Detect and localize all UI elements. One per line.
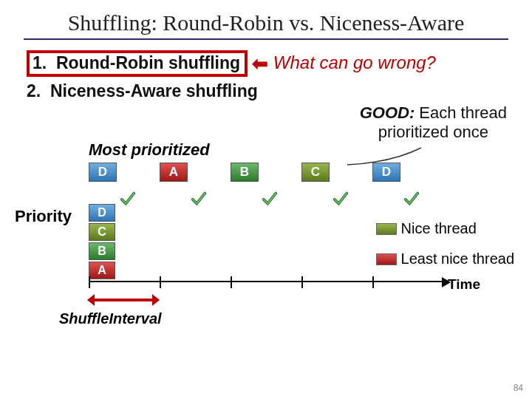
thread-block: C	[301, 163, 330, 182]
thread-block: A	[160, 163, 188, 182]
priority-label-box: B	[89, 242, 115, 260]
slide-title: Shuffling: Round-Robin vs. Niceness-Awar…	[0, 0, 532, 35]
good-rest2: prioritized once	[378, 123, 488, 141]
check-row	[89, 191, 443, 210]
thread-block: D	[89, 163, 117, 182]
check-icon	[120, 191, 136, 207]
priority-axis-label: Priority	[15, 207, 72, 226]
priority-label-box: C	[89, 223, 115, 241]
title-underline	[24, 38, 508, 40]
priority-labels-column: D C B A	[89, 204, 115, 281]
axis-tick	[301, 276, 303, 288]
thread-block: B	[231, 163, 259, 182]
item-2: 2. Niceness-Aware shuffling	[27, 81, 532, 101]
arrowhead-right-icon	[152, 294, 160, 306]
swatch-icon	[376, 253, 397, 265]
shuffle-interval-arrow	[87, 294, 160, 306]
arrow-left-icon: ⬅	[252, 52, 268, 75]
what-can-go-wrong: What can go wrong?	[273, 52, 436, 72]
arrow-line	[93, 299, 154, 301]
items-list: 1. Round-Robin shuffling ⬅ What can go w…	[27, 50, 532, 101]
good-bold: GOOD:	[360, 103, 415, 122]
good-rest1: Each thread	[415, 103, 507, 122]
time-axis	[89, 281, 443, 293]
axis-tick	[231, 276, 232, 288]
axis-tick	[372, 276, 374, 288]
legend-row: Nice thread	[376, 220, 514, 237]
axis-tick	[160, 276, 161, 288]
good-callout: GOOD: Each thread prioritized once	[360, 103, 507, 142]
legend: Nice thread Least nice thread	[376, 220, 514, 281]
most-prioritized-label: Most prioritized	[89, 140, 210, 160]
check-icon	[191, 191, 207, 207]
legend-label: Nice thread	[401, 220, 477, 237]
item-1-boxed: 1. Round-Robin shuffling	[27, 50, 248, 77]
check-icon	[332, 191, 349, 207]
priority-label-box: A	[89, 262, 115, 279]
time-axis-label: Time	[448, 276, 480, 293]
priority-label-box: D	[89, 204, 115, 222]
swatch-icon	[376, 223, 397, 235]
thread-block: D	[372, 163, 400, 182]
top-thread-row: D A B C D	[89, 163, 443, 189]
item-1-row: 1. Round-Robin shuffling ⬅ What can go w…	[27, 50, 532, 77]
check-icon	[403, 191, 420, 207]
shuffle-interval-label: ShuffleInterval	[59, 310, 162, 327]
page-number: 84	[514, 383, 523, 393]
axis-tick	[89, 276, 90, 288]
legend-label: Least nice thread	[401, 250, 514, 267]
legend-row: Least nice thread	[376, 250, 514, 267]
check-icon	[262, 191, 278, 207]
